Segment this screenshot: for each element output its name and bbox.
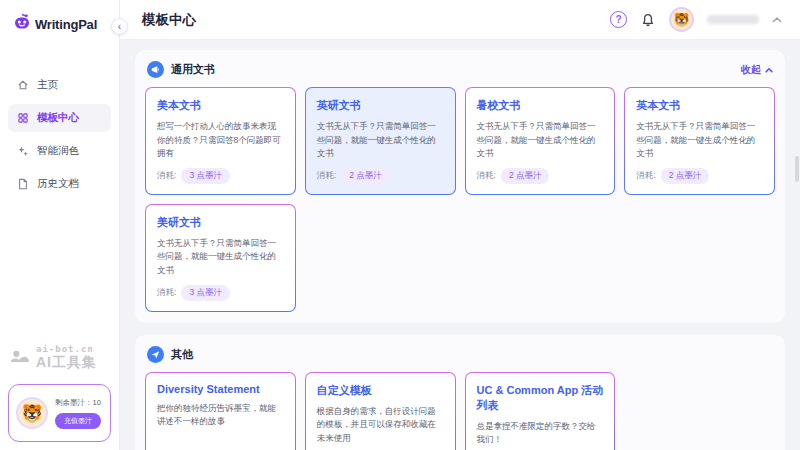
user-avatar: 🐯 [16, 397, 48, 429]
chevron-up-icon [765, 66, 773, 74]
card-description: 根据自身的需求，自行设计问题的模板，并且可以保存和收藏在未来使用 [317, 405, 444, 447]
logo: WritingPal [0, 0, 119, 45]
watermark-line2: AI工具集 [36, 355, 97, 370]
ink-cost-badge: 2 点墨汁 [341, 168, 390, 184]
app-root: WritingPal ‹ 主页 模板中心 智能润色 历史文档 [0, 0, 800, 450]
card-description: 文书无从下手？只需简单回答一些问题，就能一键生成个性化的文书 [636, 120, 763, 161]
header: 模板中心 ? 🐯 [120, 0, 800, 40]
template-card-yingyan[interactable]: 英研文书 文书无从下手？只需简单回答一些问题，就能一键生成个性化的文书 消耗:2… [305, 87, 456, 195]
content: 通用文书 收起 美本文书 想写一个打动人心的故事来表现你的特质？只需回答8个问题… [120, 40, 800, 450]
sidebar-menu: 主页 模板中心 智能润色 历史文档 [0, 71, 119, 198]
template-card-shuxiao[interactable]: 暑校文书 文书无从下手？只需简单回答一些问题，就能一键生成个性化的文书 消耗:2… [465, 87, 616, 195]
cost-label: 消耗: [157, 170, 176, 182]
card-title: UC & Common App 活动列表 [477, 383, 604, 413]
sparkle-icon [17, 145, 29, 157]
card-title: 自定义模板 [317, 383, 444, 398]
card-description: 文书无从下手？只需简单回答一些问题，就能一键生成个性化的文书 [157, 237, 284, 278]
collapse-section-link[interactable]: 收起 [741, 63, 773, 77]
page-title: 模板中心 [142, 11, 196, 29]
card-title: 英本文书 [636, 98, 763, 113]
card-title: Diversity Statement [157, 383, 284, 395]
sidebar-item-label: 历史文档 [37, 177, 79, 191]
section-title: 其他 [171, 347, 193, 362]
card-description: 想写一个打动人心的故事来表现你的特质？只需回答8个问题即可拥有 [157, 120, 284, 161]
ink-cost-badge: 3 点墨汁 [181, 168, 230, 184]
help-icon[interactable]: ? [610, 11, 627, 28]
document-icon [17, 178, 29, 190]
sidebar-item-home[interactable]: 主页 [8, 71, 111, 99]
ai-bot-watermark: ai-bot.cn AI工具集 [9, 345, 97, 370]
cost-label: 消耗: [477, 170, 496, 182]
user-avatar[interactable]: 🐯 [669, 7, 694, 32]
card-title: 美研文书 [157, 215, 284, 230]
paper-plane-icon [147, 346, 164, 363]
megaphone-icon [147, 61, 164, 78]
card-description: 文书无从下手？只需简单回答一些问题，就能一键生成个性化的文书 [317, 120, 444, 161]
section-others: 其他 Diversity Statement 把你的独特经历告诉墨宝，就能讲述不… [135, 335, 785, 450]
writingpal-robot-icon [13, 13, 31, 35]
remaining-ink-label: 剩余墨汁：10 [55, 398, 101, 408]
chevron-up-icon[interactable] [772, 15, 782, 25]
sidebar-item-label: 模板中心 [37, 111, 79, 125]
sidebar-collapse-button[interactable]: ‹ [111, 18, 128, 35]
cost-label: 消耗: [157, 287, 176, 299]
user-ink-card: 🐯 剩余墨汁：10 充值墨汁 [8, 384, 111, 442]
ai-bot-logo-icon [9, 349, 31, 365]
template-card-uc-commonapp-activity-list[interactable]: UC & Common App 活动列表 总是拿捏不准限定的字数？交给我们！ 消… [465, 372, 616, 450]
card-title: 英研文书 [317, 98, 444, 113]
main-area: 模板中心 ? 🐯 通用文书 收起 [120, 0, 800, 450]
card-description: 把你的独特经历告诉墨宝，就能讲述不一样的故事 [157, 402, 284, 447]
card-title: 美本文书 [157, 98, 284, 113]
ink-cost-badge: 2 点墨汁 [501, 168, 550, 184]
template-card-meiben[interactable]: 美本文书 想写一个打动人心的故事来表现你的特质？只需回答8个问题即可拥有 消耗:… [145, 87, 296, 195]
sidebar-item-smart-polish[interactable]: 智能润色 [8, 137, 111, 165]
logo-text: WritingPal [35, 17, 97, 32]
home-icon [17, 79, 29, 91]
template-card-custom-template[interactable]: 自定义模板 根据自身的需求，自行设计问题的模板，并且可以保存和收藏在未来使用 消… [305, 372, 456, 450]
ink-cost-badge: 3 点墨汁 [181, 285, 230, 301]
template-card-yingben[interactable]: 英本文书 文书无从下手？只需简单回答一些问题，就能一键生成个性化的文书 消耗:2… [624, 87, 775, 195]
user-name-redacted [707, 15, 759, 24]
card-description: 文书无从下手？只需简单回答一些问题，就能一键生成个性化的文书 [477, 120, 604, 161]
recharge-ink-button[interactable]: 充值墨汁 [55, 413, 101, 429]
section-title: 通用文书 [171, 62, 215, 77]
notification-bell-icon[interactable] [640, 12, 656, 28]
template-card-diversity-statement[interactable]: Diversity Statement 把你的独特经历告诉墨宝，就能讲述不一样的… [145, 372, 296, 450]
cost-label: 消耗: [636, 170, 655, 182]
grid-icon [17, 112, 29, 124]
sidebar-item-template-center[interactable]: 模板中心 [8, 104, 111, 132]
scrollbar-thumb[interactable] [795, 156, 799, 182]
template-card-meiyan[interactable]: 美研文书 文书无从下手？只需简单回答一些问题，就能一键生成个性化的文书 消耗:3… [145, 204, 296, 312]
sidebar-item-label: 主页 [37, 78, 58, 92]
card-title: 暑校文书 [477, 98, 604, 113]
cost-label: 消耗: [317, 170, 336, 182]
card-description: 总是拿捏不准限定的字数？交给我们！ [477, 420, 604, 447]
section-general-documents: 通用文书 收起 美本文书 想写一个打动人心的故事来表现你的特质？只需回答8个问题… [135, 50, 785, 323]
sidebar-item-history[interactable]: 历史文档 [8, 170, 111, 198]
sidebar: WritingPal ‹ 主页 模板中心 智能润色 历史文档 [0, 0, 120, 450]
ink-cost-badge: 2 点墨汁 [661, 168, 710, 184]
sidebar-item-label: 智能润色 [37, 144, 79, 158]
